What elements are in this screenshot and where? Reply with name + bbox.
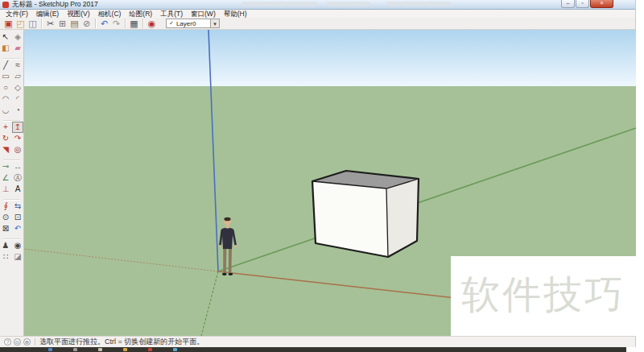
cut-button[interactable]: ✂ bbox=[44, 18, 56, 29]
menu-edit[interactable]: 编辑(E) bbox=[32, 10, 63, 18]
taskbar-app-icon[interactable] bbox=[148, 348, 152, 351]
menu-help[interactable]: 帮助(H) bbox=[220, 10, 251, 18]
follow-me-tool[interactable]: ↷ bbox=[12, 133, 23, 144]
model-info-button[interactable]: ◉ bbox=[146, 18, 158, 29]
three-d-text-tool[interactable]: A bbox=[12, 184, 23, 195]
axis-green-positive bbox=[218, 128, 636, 271]
main-toolbar: ▣◰◫✂⊞▤⊘↶↷▦◉ ✓ Layer0 ▾ bbox=[0, 18, 635, 30]
palette-separator bbox=[3, 156, 20, 160]
titlebar-artifact bbox=[326, 2, 370, 6]
credits-status-icon[interactable]: ⊕ bbox=[23, 338, 31, 346]
palette-row: ∠Ⓐ bbox=[0, 172, 23, 184]
menu-view[interactable]: 视图(V) bbox=[63, 10, 93, 18]
watermark-text: 软件技巧 bbox=[451, 275, 636, 314]
eraser-tool[interactable]: ▰ bbox=[12, 43, 23, 54]
rotated-rectangle-tool[interactable]: ▱ bbox=[12, 71, 23, 82]
palette-row: ◧▰ bbox=[0, 43, 23, 54]
paint-bucket-tool[interactable]: ◧ bbox=[0, 43, 11, 54]
toolbar-separator bbox=[125, 19, 126, 28]
layer-combo[interactable]: ✓ Layer0 ▾ bbox=[166, 19, 220, 28]
rectangle-tool[interactable]: ▭ bbox=[0, 71, 11, 82]
minimize-button[interactable]: – bbox=[561, 0, 575, 8]
palette-separator bbox=[3, 117, 20, 121]
sketchup-app-icon bbox=[2, 2, 9, 8]
undo-button[interactable]: ↶ bbox=[98, 18, 110, 29]
watermark-box: 软件技巧 bbox=[451, 256, 636, 336]
new-button[interactable]: ▣ bbox=[2, 18, 14, 29]
menu-file[interactable]: 文件(F) bbox=[2, 10, 32, 18]
zoom-extents-tool[interactable]: ⊠ bbox=[0, 223, 11, 234]
select-tool[interactable]: ↖ bbox=[0, 31, 11, 43]
zoom-window-tool[interactable]: ⊡ bbox=[12, 212, 23, 223]
push-pull-tool[interactable]: ↥ bbox=[12, 122, 23, 133]
axis-blue bbox=[208, 30, 218, 271]
status-separator bbox=[35, 338, 35, 346]
menu-draw[interactable]: 绘图(R) bbox=[125, 10, 156, 18]
menu-window[interactable]: 窗口(W) bbox=[187, 10, 220, 18]
walk-tool[interactable]: ∷ bbox=[0, 251, 11, 263]
windows-taskbar[interactable] bbox=[0, 347, 626, 352]
scale-figure-person[interactable] bbox=[219, 217, 237, 275]
palette-row: ◠◜ bbox=[0, 93, 23, 105]
position-camera-tool[interactable]: ♟ bbox=[0, 240, 11, 251]
two-point-arc-tool[interactable]: ◜ bbox=[12, 93, 23, 105]
box-model[interactable] bbox=[312, 171, 419, 257]
zoom-tool[interactable]: ⊙ bbox=[0, 212, 11, 223]
window-title: 无标题 - SketchUp Pro 2017 bbox=[12, 0, 98, 9]
orbit-tool[interactable]: ∮ bbox=[0, 201, 11, 212]
redo-button[interactable]: ↷ bbox=[110, 18, 122, 29]
palette-row: ╱≈ bbox=[0, 60, 23, 71]
palette-row: +↥ bbox=[0, 122, 23, 133]
taskbar-app-icon[interactable] bbox=[48, 348, 52, 351]
pan-tool[interactable]: ⇆ bbox=[12, 201, 23, 212]
erase-button[interactable]: ⊘ bbox=[80, 18, 93, 29]
palette-row: ⊙⊡ bbox=[0, 212, 23, 223]
maximize-button[interactable]: ▫ bbox=[576, 0, 589, 8]
make-component-tool[interactable]: ◈ bbox=[12, 31, 23, 43]
section-plane-tool[interactable]: ◪ bbox=[12, 251, 23, 263]
print-button[interactable]: ▦ bbox=[128, 18, 140, 29]
close-button[interactable]: × bbox=[590, 0, 613, 8]
polygon-tool[interactable]: ◇ bbox=[12, 82, 23, 93]
protractor-tool[interactable]: ∠ bbox=[0, 172, 11, 184]
previous-tool[interactable]: ↶ bbox=[12, 223, 23, 234]
look-around-tool[interactable]: ◉ bbox=[12, 240, 23, 251]
circle-tool[interactable]: ○ bbox=[0, 82, 11, 93]
taskbar-app-icon[interactable] bbox=[73, 348, 77, 351]
open-button[interactable]: ◰ bbox=[14, 18, 27, 29]
palette-row: ↖◈ bbox=[0, 31, 23, 43]
pie-tool[interactable]: ◔ bbox=[12, 105, 23, 116]
line-tool[interactable]: ╱ bbox=[0, 60, 11, 71]
taskbar-app-icon[interactable] bbox=[98, 348, 102, 351]
help-status-icon[interactable]: ? bbox=[4, 338, 11, 346]
dimension-tool[interactable]: ↔ bbox=[12, 161, 23, 172]
palette-row: ↻↷ bbox=[0, 133, 23, 144]
tape-measure-tool[interactable]: ⊸ bbox=[0, 161, 11, 172]
tool-palette: ↖◈◧▰╱≈▭▱○◇◠◜◡◔+↥↻↷◥◎⊸↔∠Ⓐ⊥A∮⇆⊙⊡⊠↶♟◉∷◪ bbox=[0, 30, 24, 336]
axes-tool[interactable]: ⊥ bbox=[0, 184, 11, 195]
copy-button[interactable]: ⊞ bbox=[56, 18, 68, 29]
taskbar-app-icon[interactable] bbox=[123, 348, 127, 351]
paste-button[interactable]: ▤ bbox=[68, 18, 80, 29]
move-tool[interactable]: + bbox=[0, 122, 11, 133]
save-button[interactable]: ◫ bbox=[27, 18, 39, 29]
three-point-arc-tool[interactable]: ◡ bbox=[0, 105, 11, 116]
geolocation-status-icon[interactable]: ⊙ bbox=[14, 338, 21, 346]
menu-tools[interactable]: 工具(T) bbox=[156, 10, 187, 18]
palette-separator bbox=[3, 55, 20, 59]
layer-combo-dropdown-button[interactable]: ▾ bbox=[211, 19, 220, 28]
box-right-face[interactable] bbox=[386, 179, 419, 257]
scale-tool[interactable]: ◥ bbox=[0, 144, 11, 155]
freehand-tool[interactable]: ≈ bbox=[12, 60, 23, 71]
viewport[interactable]: 软件技巧 bbox=[24, 30, 636, 336]
layer-combo-field[interactable]: ✓ Layer0 bbox=[166, 19, 211, 28]
rotate-tool[interactable]: ↻ bbox=[0, 133, 11, 144]
titlebar-artifact bbox=[242, 2, 318, 6]
sketchup-window: 无标题 - SketchUp Pro 2017 – ▫ × 文件(F)编辑(E)… bbox=[0, 0, 636, 347]
arc-tool[interactable]: ◠ bbox=[0, 93, 11, 105]
text-tool[interactable]: Ⓐ bbox=[12, 172, 23, 184]
offset-tool[interactable]: ◎ bbox=[12, 144, 23, 155]
taskbar-app-icon[interactable] bbox=[173, 348, 177, 351]
window-controls: – ▫ × bbox=[561, 0, 613, 8]
menu-camera[interactable]: 相机(C) bbox=[94, 10, 126, 18]
